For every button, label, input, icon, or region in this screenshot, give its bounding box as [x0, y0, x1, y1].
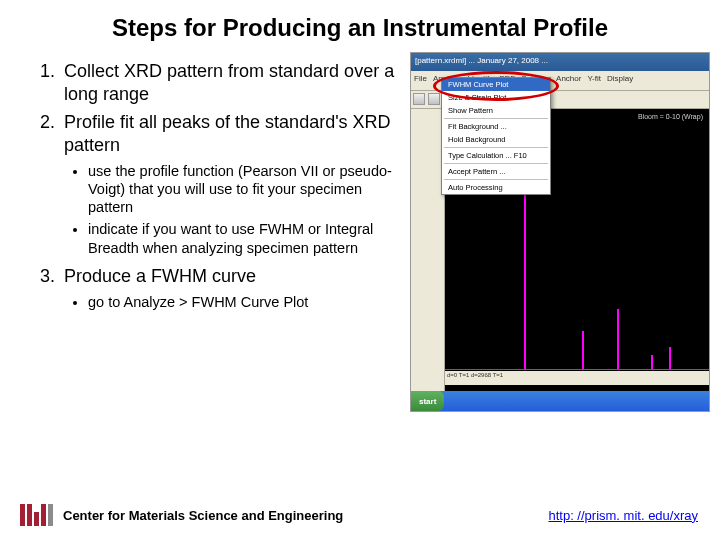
start-button[interactable]: start: [411, 391, 444, 411]
step-2-sublist: use the profile function (Pearson VII or…: [64, 162, 400, 257]
step-2a: use the profile function (Pearson VII or…: [88, 162, 400, 216]
toolbar-icon[interactable]: [428, 93, 440, 105]
menu-separator: [444, 118, 548, 119]
menu-item-auto[interactable]: Auto Processing: [442, 181, 550, 194]
menu-separator: [444, 163, 548, 164]
footer-link[interactable]: http: //prism. mit. edu/xray: [548, 508, 698, 523]
footer: Center for Materials Science and Enginee…: [0, 504, 720, 526]
mit-logo-icon: [20, 504, 53, 526]
footer-org: Center for Materials Science and Enginee…: [63, 508, 343, 523]
menu-yfit[interactable]: Y-fit: [587, 74, 601, 87]
menu-separator: [444, 147, 548, 148]
step-3a: go to Analyze > FWHM Curve Plot: [88, 293, 400, 311]
menu-separator: [444, 179, 548, 180]
menu-anchor[interactable]: Anchor: [556, 74, 581, 87]
toolbar-icon[interactable]: [413, 93, 425, 105]
menu-item-fit-bg[interactable]: Fit Background ...: [442, 120, 550, 133]
content-row: Collect XRD pattern from standard over a…: [0, 52, 720, 412]
software-screenshot: [pattern.xrdml] ... January 27, 2008 ...…: [410, 52, 710, 412]
plot-label: Bloom = 0-10 (Wrap): [638, 113, 703, 120]
slide-title: Steps for Producing an Instrumental Prof…: [0, 0, 720, 52]
menu-file[interactable]: File: [414, 74, 427, 87]
step-1: Collect XRD pattern from standard over a…: [60, 60, 400, 105]
step-2-text: Profile fit all peaks of the standard's …: [64, 112, 391, 155]
xrd-peak: [582, 331, 584, 369]
menu-item-size-strain[interactable]: Size & Strain Plot...: [442, 91, 550, 104]
menu-item-hold-bg[interactable]: Hold Background: [442, 133, 550, 146]
step-3-text: Produce a FWHM curve: [64, 266, 256, 286]
menu-item-fwhm-curve-plot[interactable]: FWHM Curve Plot: [442, 78, 550, 91]
windows-taskbar: start: [411, 391, 709, 411]
xrd-peak: [669, 347, 671, 369]
sidebar-panel: [411, 109, 445, 391]
footer-left: Center for Materials Science and Enginee…: [20, 504, 343, 526]
step-3: Produce a FWHM curve go to Analyze > FWH…: [60, 265, 400, 312]
menu-item-show-pattern[interactable]: Show Pattern: [442, 104, 550, 117]
text-column: Collect XRD pattern from standard over a…: [20, 52, 400, 412]
plot-status-bar: d=0 T=1 d=2968 T=1: [445, 371, 709, 385]
menu-item-type-calc[interactable]: Type Calculation ... F10: [442, 149, 550, 162]
xrd-peak: [651, 355, 653, 369]
xrd-peak: [617, 309, 619, 369]
window-titlebar: [pattern.xrdml] ... January 27, 2008 ...: [411, 53, 709, 71]
step-2b: indicate if you want to use FWHM or Inte…: [88, 220, 400, 256]
menu-display[interactable]: Display: [607, 74, 633, 87]
menu-item-accept[interactable]: Accept Pattern ...: [442, 165, 550, 178]
plot-baseline: [445, 369, 709, 370]
step-2: Profile fit all peaks of the standard's …: [60, 111, 400, 257]
step-3-sublist: go to Analyze > FWHM Curve Plot: [64, 293, 400, 311]
screenshot-column: [pattern.xrdml] ... January 27, 2008 ...…: [410, 52, 710, 412]
analyze-dropdown: FWHM Curve Plot Size & Strain Plot... Sh…: [441, 77, 551, 195]
steps-list: Collect XRD pattern from standard over a…: [20, 60, 400, 311]
